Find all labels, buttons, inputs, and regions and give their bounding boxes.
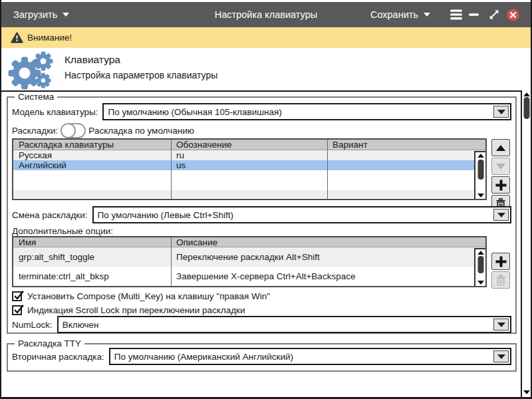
keyboard-module-icon [7,51,60,92]
options-table-buttons [491,253,510,289]
layout-switch-value: По умолчанию (Левые Ctrl+Shift) [98,210,233,220]
table-row-empty [13,170,485,180]
col-header-code[interactable]: Обозначение [171,140,327,150]
close-icon [507,9,519,21]
table-row[interactable]: Русская ru [13,150,485,160]
scrolllock-checkbox-label: Индикация Scroll Lock при переключении р… [27,305,245,315]
warning-bar: Внимание! [1,27,531,48]
chevron-down-icon [63,13,69,17]
dropdown-arrow-button[interactable] [493,350,509,362]
load-button-label: Загрузить [13,9,57,20]
compose-checkbox-label: Установить Compose (Multi_Key) на клавиш… [27,291,270,301]
table-row[interactable]: terminate:ctrl_alt_bksp Завершение X-сер… [13,267,485,286]
scrollbar-thumb[interactable] [477,160,483,180]
add-option-button[interactable] [491,253,510,270]
numlock-select[interactable]: Включен [57,316,511,333]
tty-group: Раскладка TTY Вторичная раскладка: По ум… [7,343,517,372]
chevron-down-icon [497,354,505,359]
plus-icon [495,180,507,191]
menu-button[interactable] [450,9,462,20]
dropdown-arrow-button[interactable] [493,106,509,118]
warning-text: Внимание! [27,33,72,43]
keyboard-settings-window: Настройка клавиатуры Загрузить Сохранить [0,0,532,399]
layouts-toggle[interactable] [61,123,86,138]
chevron-down-icon [497,110,505,114]
keyboard-model-select[interactable]: По умолчанию (Обычная 105-клавишная) [102,103,511,120]
switch-label: Смена раскладки: [12,210,88,220]
numlock-value: Включен [63,320,99,330]
dropdown-arrow-button[interactable] [493,209,509,221]
numlock-label: NumLock: [12,320,53,330]
table-row-selected[interactable]: Английский us [13,160,485,170]
module-header: Клавиатура Настройка параметров клавиату… [1,48,531,90]
layout-table-buttons [491,139,510,212]
options-table-scrollbar[interactable] [474,248,485,286]
scroll-up-icon[interactable] [523,92,530,96]
table-row[interactable]: grp:alt_shift_toggle Переключение раскла… [13,247,485,267]
layout-table-scrollbar[interactable] [474,151,485,199]
expand-icon [488,9,500,21]
chevron-down-icon [424,13,430,17]
trash-icon [495,275,506,286]
scrolllock-checkbox-row: Индикация Scroll Lock при переключении р… [12,305,515,315]
minimize-button[interactable] [469,9,479,20]
table-row-empty [13,190,485,198]
move-down-button-disabled[interactable] [491,158,510,175]
model-label: Модель клавиатуры: [12,107,98,117]
system-group: Система Модель клавиатуры: По умолчанию … [7,96,517,334]
layouts-label: Раскладки: [12,126,58,136]
scroll-down-icon[interactable] [477,194,484,198]
col-header-name[interactable]: Имя [13,237,171,247]
options-table-header: Имя Описание [13,237,485,247]
page-title: Клавиатура [65,54,120,66]
col-header-description[interactable]: Описание [171,237,485,247]
save-button-label: Сохранить [370,9,418,20]
save-button[interactable]: Сохранить [370,9,430,20]
table-row-empty [13,180,485,190]
minimize-icon [469,9,479,20]
scroll-up-icon[interactable] [477,251,484,255]
secondary-layout-select[interactable]: По умолчанию (Американский Английский) [109,348,511,365]
compose-checkbox[interactable] [12,291,22,301]
system-group-legend: Система [15,92,57,102]
warning-icon [11,32,23,43]
move-up-button[interactable] [491,139,510,156]
layout-table: Раскладка клавиатуры Обозначение Вариант… [12,138,487,200]
maximize-button[interactable] [488,9,500,21]
layout-table-header: Раскладка клавиатуры Обозначение Вариант [13,140,485,150]
scrollbar-thumb[interactable] [523,97,529,119]
scroll-up-icon[interactable] [477,154,484,158]
options-label: Дополнительные опции: [12,226,113,236]
hamburger-menu-icon [450,9,462,20]
main-scrollbar[interactable] [522,90,531,397]
chevron-down-icon [497,213,505,217]
check-icon [13,290,24,301]
arrow-up-icon [496,145,505,151]
col-header-variant[interactable]: Вариант [327,140,485,150]
load-button[interactable]: Загрузить [13,9,69,20]
scroll-down-icon[interactable] [477,281,484,285]
compose-checkbox-row: Установить Compose (Multi_Key) на клавиш… [12,291,515,301]
check-icon [13,304,24,315]
keyboard-model-value: По умолчанию (Обычная 105-клавишная) [108,107,281,117]
options-table: Имя Описание grp:alt_shift_toggle Перекл… [12,236,487,287]
col-header-layout[interactable]: Раскладка клавиатуры [13,140,171,150]
layout-switch-select[interactable]: По умолчанию (Левые Ctrl+Shift) [92,206,511,223]
tty-group-legend: Раскладка TTY [15,338,84,348]
delete-option-button-disabled[interactable] [491,271,510,289]
secondary-layout-label: Вторичная раскладка: [12,352,104,362]
scroll-region: Система Модель клавиатуры: По умолчанию … [1,90,531,397]
secondary-layout-value: По умолчанию (Американский Английский) [114,352,293,362]
layouts-toggle-label: Раскладка по умолчанию [88,126,194,136]
scrollbar-thumb[interactable] [477,256,483,273]
titlebar: Настройка клавиатуры Загрузить Сохранить [1,2,531,27]
chevron-down-icon [497,323,505,327]
close-button[interactable] [507,9,519,21]
scrolllock-checkbox[interactable] [12,305,22,315]
plus-icon [495,256,507,267]
page-subtitle: Настройка параметров клавиатуры [65,70,217,80]
dropdown-arrow-button[interactable] [493,319,509,331]
arrow-down-icon [496,164,505,170]
scroll-down-icon[interactable] [523,390,530,394]
add-layout-button[interactable] [491,176,510,194]
